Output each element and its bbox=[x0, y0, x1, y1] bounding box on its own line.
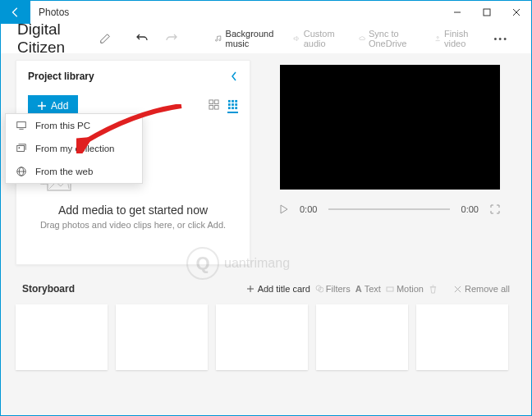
rename-button[interactable] bbox=[93, 30, 117, 48]
fullscreen-icon bbox=[490, 204, 500, 214]
clip-slot[interactable] bbox=[416, 304, 508, 370]
svg-rect-9 bbox=[228, 103, 231, 106]
undo-icon bbox=[135, 32, 149, 45]
sync-button[interactable]: Sync to OneDrive bbox=[352, 25, 424, 52]
chevron-left-icon bbox=[230, 71, 238, 82]
finish-label: Finish video bbox=[444, 29, 477, 48]
seek-bar[interactable] bbox=[328, 208, 449, 210]
remove-all-label: Remove all bbox=[465, 284, 510, 294]
close-icon bbox=[454, 286, 461, 293]
svg-rect-3 bbox=[214, 99, 218, 103]
filters-button: Filters bbox=[315, 284, 351, 294]
view-list-button[interactable] bbox=[209, 99, 219, 113]
svg-rect-7 bbox=[232, 99, 234, 102]
finish-button[interactable]: Finish video bbox=[428, 25, 484, 52]
undo-button[interactable] bbox=[129, 29, 155, 48]
ellipsis-icon: ••• bbox=[493, 34, 508, 43]
trash-icon bbox=[429, 285, 438, 294]
project-name: Digital Citizen bbox=[17, 21, 85, 57]
add-from-web[interactable]: From the web bbox=[6, 160, 142, 183]
sync-label: Sync to OneDrive bbox=[369, 29, 418, 48]
app-title: Photos bbox=[30, 7, 69, 18]
text-icon: A bbox=[355, 284, 362, 294]
play-icon bbox=[280, 204, 288, 214]
collection-icon bbox=[16, 143, 27, 154]
redo-icon bbox=[165, 32, 178, 45]
svg-rect-2 bbox=[209, 99, 213, 103]
motion-icon bbox=[386, 285, 394, 293]
bg-music-button[interactable]: Background music bbox=[209, 25, 283, 52]
clip-slot[interactable] bbox=[116, 304, 208, 370]
music-icon bbox=[215, 34, 222, 43]
svg-rect-17 bbox=[17, 146, 25, 152]
library-title: Project library bbox=[28, 71, 94, 82]
add-title-card-button[interactable]: Add title card bbox=[246, 284, 310, 294]
empty-title: Add media to get started now bbox=[36, 203, 230, 217]
plus-icon bbox=[246, 285, 255, 293]
svg-rect-10 bbox=[232, 103, 234, 106]
svg-rect-5 bbox=[214, 105, 218, 109]
plus-icon bbox=[38, 102, 46, 110]
svg-rect-1 bbox=[484, 9, 490, 16]
minimize-button[interactable] bbox=[443, 1, 472, 24]
view-grid-button[interactable] bbox=[227, 99, 238, 113]
video-preview[interactable] bbox=[280, 65, 500, 190]
delete-button bbox=[429, 285, 438, 294]
svg-rect-8 bbox=[235, 99, 237, 102]
web-icon bbox=[16, 166, 27, 177]
add-from-pc[interactable]: From this PC bbox=[6, 114, 142, 137]
redo-button[interactable] bbox=[158, 29, 185, 48]
add-button-label: Add bbox=[51, 100, 68, 112]
add-from-collection-label: From my collection bbox=[35, 144, 115, 153]
svg-rect-13 bbox=[232, 107, 234, 109]
collapse-button[interactable] bbox=[230, 71, 238, 82]
empty-subtitle: Drag photos and video clips here, or cli… bbox=[36, 220, 230, 230]
storyboard-title: Storyboard bbox=[22, 283, 75, 295]
svg-point-18 bbox=[19, 147, 21, 149]
grid-small-icon bbox=[209, 99, 219, 110]
more-button[interactable]: ••• bbox=[487, 30, 515, 47]
clip-slot[interactable] bbox=[216, 304, 308, 370]
bg-music-label: Background music bbox=[226, 29, 277, 48]
custom-audio-button[interactable]: Custom audio bbox=[287, 25, 348, 52]
pencil-icon bbox=[99, 33, 111, 44]
time-duration: 0:00 bbox=[461, 204, 479, 214]
audio-icon bbox=[293, 34, 300, 43]
storyboard-header: Storyboard Add title card Filters A Text… bbox=[16, 278, 516, 299]
storyboard-track[interactable] bbox=[1, 299, 531, 383]
project-library-panel: Project library Add bbox=[16, 60, 250, 265]
play-button[interactable] bbox=[280, 204, 288, 214]
svg-rect-6 bbox=[228, 99, 231, 102]
text-button: A Text bbox=[355, 284, 381, 294]
clip-slot[interactable] bbox=[16, 304, 108, 370]
motion-button: Motion bbox=[386, 284, 424, 294]
close-button[interactable] bbox=[502, 1, 531, 24]
fullscreen-button[interactable] bbox=[490, 204, 500, 214]
player-controls: 0:00 0:00 bbox=[280, 204, 500, 214]
add-from-web-label: From the web bbox=[35, 167, 93, 176]
svg-rect-4 bbox=[209, 105, 213, 109]
svg-rect-11 bbox=[235, 103, 237, 106]
add-menu: From this PC From my collection From the… bbox=[5, 113, 143, 184]
svg-rect-12 bbox=[228, 107, 231, 109]
add-title-card-label: Add title card bbox=[258, 284, 310, 294]
grid-large-icon bbox=[227, 99, 238, 110]
custom-audio-label: Custom audio bbox=[304, 29, 342, 48]
time-current: 0:00 bbox=[300, 204, 317, 214]
svg-rect-14 bbox=[235, 107, 237, 109]
svg-rect-15 bbox=[17, 122, 26, 128]
add-from-collection[interactable]: From my collection bbox=[6, 137, 142, 160]
pc-icon bbox=[16, 120, 27, 131]
svg-rect-28 bbox=[387, 287, 393, 291]
export-icon bbox=[434, 34, 441, 43]
add-from-pc-label: From this PC bbox=[35, 121, 90, 130]
cloud-icon bbox=[359, 34, 365, 43]
preview-pane: 0:00 0:00 bbox=[264, 60, 516, 265]
maximize-button[interactable] bbox=[472, 1, 502, 24]
filters-icon bbox=[315, 285, 323, 293]
clip-slot[interactable] bbox=[316, 304, 408, 370]
remove-all-button[interactable]: Remove all bbox=[454, 284, 510, 294]
toolbar: Digital Citizen Background music Custom … bbox=[1, 24, 531, 53]
